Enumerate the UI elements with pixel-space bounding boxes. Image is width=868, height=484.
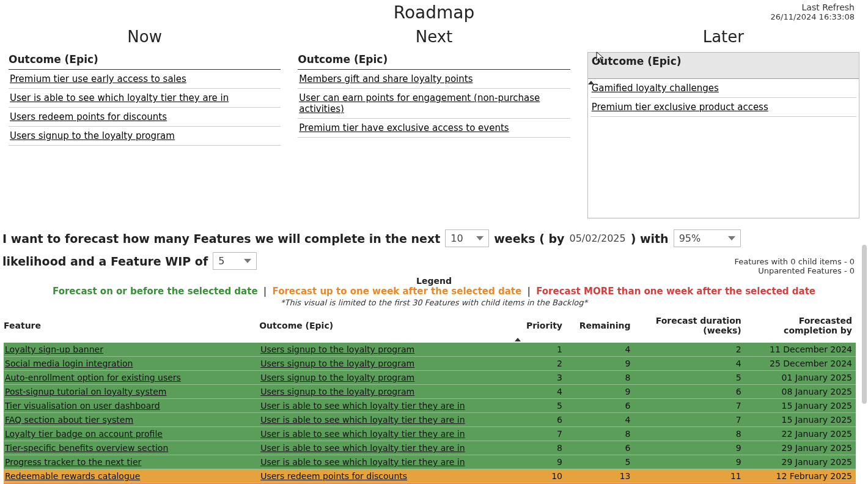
cell-duration: 9 [634,455,745,469]
cell-remaining: 8 [566,371,634,385]
table-row[interactable]: FAQ section about tier systemUser is abl… [4,413,856,427]
weeks-select[interactable]: 10 [445,229,489,247]
cell-feature[interactable]: Progress tracker to the next tier [4,455,259,469]
cell-outcome[interactable]: User is able to see which loyalty tier t… [259,441,515,455]
cell-outcome[interactable]: User is able to see which loyalty tier t… [259,413,515,427]
cell-priority: 6 [515,413,566,427]
cell-priority: 4 [515,385,566,399]
roadmap-col-later: Later Outcome (Epic) Gamified loyalty ch… [587,28,859,218]
table-row[interactable]: Loyalty sign-up bannerUsers signup to th… [4,343,856,357]
cell-priority: 10 [515,469,566,483]
cell-remaining: 4 [566,343,634,357]
col-header-now[interactable]: Outcome (Epic) [9,52,281,70]
outcome-link[interactable]: Gamified loyalty challenges [590,79,856,98]
cell-outcome[interactable]: User is able to see which loyalty tier t… [259,427,515,441]
table-row[interactable]: Auto-enrollment option for existing user… [4,371,856,385]
col-title-next: Next [298,28,570,46]
roadmap-col-now: Now Outcome (Epic) Premium tier use earl… [9,28,281,146]
outcome-link[interactable]: Users signup to the loyalty program [9,127,281,146]
cell-priority: 2 [515,357,566,371]
cell-remaining: 6 [566,441,634,455]
cell-duration: 5 [634,371,745,385]
cell-duration: 7 [634,399,745,413]
cell-feature[interactable]: Redeemable rewards catalogue [4,469,259,483]
cell-priority: 9 [515,455,566,469]
sentence-part: likelihood and a Feature WIP of [2,255,208,268]
outcome-link[interactable]: Premium tier have exclusive access to ev… [298,119,570,138]
cell-completion: 08 January 2025 [745,385,856,399]
cell-completion: 11 December 2024 [745,343,856,357]
cell-priority: 1 [515,343,566,357]
cell-duration: 9 [634,441,745,455]
sentence-part: ) with [631,232,669,245]
outcome-link[interactable]: User can earn points for engagement (non… [298,89,570,119]
col-header-next[interactable]: Outcome (Epic) [298,52,570,70]
table-row[interactable]: Redeemable rewards catalogueUsers redeem… [4,469,856,483]
legend-red: Forecast MORE than one week after the se… [536,286,815,297]
cell-duration: 6 [634,385,745,399]
cell-duration: 4 [634,357,745,371]
outcome-link[interactable]: User is able to see which loyalty tier t… [9,89,281,108]
table-row[interactable]: Tier visualisation on user dashboardUser… [4,399,856,413]
th-priority[interactable]: Priority [515,312,566,343]
outcome-link[interactable]: Premium tier exclusive product access [590,98,856,117]
th-duration[interactable]: Forecast duration (weeks) [634,312,745,343]
cell-duration: 11 [634,469,745,483]
table-row[interactable]: Loyalty tier badge on account profileUse… [4,427,856,441]
legend-line: Forecast on or before the selected date … [0,286,868,297]
cell-feature[interactable]: Social media login integration [4,357,259,371]
cell-remaining: 4 [566,413,634,427]
cell-priority: 8 [515,441,566,455]
table-row[interactable]: Progress tracker to the next tierUser is… [4,455,856,469]
outcome-link[interactable]: Users redeem points for discounts [9,108,281,127]
cell-outcome[interactable]: User is able to see which loyalty tier t… [259,399,515,413]
cell-outcome[interactable]: Users redeem points for discounts [259,469,515,483]
cell-outcome[interactable]: Users signup to the loyalty program [259,371,515,385]
cell-outcome[interactable]: Users signup to the loyalty program [259,357,515,371]
cell-completion: 12 February 2025 [745,469,856,483]
outcome-link[interactable]: Members gift and share loyalty points [298,70,570,89]
sentence-part: weeks ( by [494,232,564,245]
outcome-link[interactable]: Premium tier use early access to sales [9,70,281,89]
col-header-later[interactable]: Outcome (Epic) [588,53,859,79]
legend-title: Legend [0,276,868,286]
cell-feature[interactable]: FAQ section about tier system [4,413,259,427]
cell-remaining: 8 [566,427,634,441]
table-row[interactable]: Tier-specific benefits overview sectionU… [4,441,856,455]
scrollbar-thumb[interactable] [862,245,867,404]
table-row[interactable]: Social media login integrationUsers sign… [4,357,856,371]
cell-remaining: 9 [566,357,634,371]
th-completion[interactable]: Forecasted completion by [745,312,856,343]
chevron-down-icon [476,236,484,240]
cell-feature[interactable]: Tier visualisation on user dashboard [4,399,259,413]
scrollbar[interactable] [861,245,868,416]
cell-feature[interactable]: Loyalty tier badge on account profile [4,427,259,441]
cell-remaining: 13 [566,469,634,483]
likelihood-select[interactable]: 95% [674,229,741,247]
th-remaining[interactable]: Remaining [566,312,634,343]
table-row[interactable]: Post-signup tutorial on loyalty systemUs… [4,385,856,399]
chevron-down-icon [244,259,251,263]
cell-completion: 22 January 2025 [745,427,856,441]
cell-feature[interactable]: Loyalty sign-up banner [4,343,259,357]
cell-completion: 29 January 2025 [745,455,856,469]
wip-select[interactable]: 5 [213,252,257,270]
last-refresh-label: Last Refresh [771,2,855,12]
legend-orange: Forecast up to one week after the select… [273,286,522,297]
cell-feature[interactable]: Tier-specific benefits overview section [4,441,259,455]
cell-outcome[interactable]: Users signup to the loyalty program [259,343,515,357]
th-outcome[interactable]: Outcome (Epic) [259,312,515,343]
col-title-later: Later [587,28,859,46]
cell-priority: 3 [515,371,566,385]
cell-completion: 25 December 2024 [745,357,856,371]
cell-completion: 01 January 2025 [745,371,856,385]
cell-completion: 15 January 2025 [745,413,856,427]
legend-note: *This visual is limited to the first 30 … [0,298,868,307]
cell-feature[interactable]: Post-signup tutorial on loyalty system [4,385,259,399]
th-feature[interactable]: Feature [4,312,259,343]
cell-outcome[interactable]: User is able to see which loyalty tier t… [259,455,515,469]
cell-outcome[interactable]: Users signup to the loyalty program [259,385,515,399]
forecast-table: Feature Outcome (Epic) Priority Remainin… [4,312,856,484]
col-title-now: Now [9,28,281,46]
cell-feature[interactable]: Auto-enrollment option for existing user… [4,371,259,385]
